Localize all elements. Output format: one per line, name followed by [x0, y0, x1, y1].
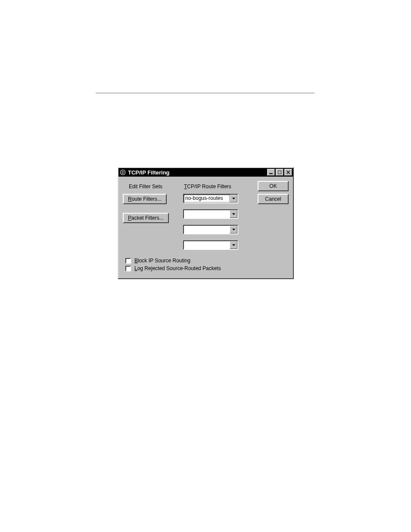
svg-marker-3 [232, 198, 235, 199]
tcpip-filtering-dialog: TCP/IP Filtering Edit Filter Sets Route … [118, 167, 294, 279]
block-ip-source-routing-checkbox[interactable] [125, 258, 131, 264]
block-ip-source-routing-label: Block IP Source Routing [134, 258, 190, 264]
minimize-button[interactable] [267, 169, 275, 176]
route-filter-combo-2[interactable] [183, 209, 238, 219]
route-filter-combo-2-value [184, 210, 230, 218]
maximize-button[interactable] [276, 169, 283, 176]
svg-marker-5 [232, 229, 235, 230]
route-filters-button-rest: oute Filters... [132, 196, 162, 202]
svg-marker-4 [232, 213, 235, 215]
svg-marker-6 [232, 244, 235, 246]
route-filter-combo-4-value [184, 241, 230, 249]
titlebar[interactable]: TCP/IP Filtering [118, 168, 293, 177]
route-filter-combo-1-value: no-bogus-routes [184, 195, 230, 202]
dialog-title: TCP/IP Filtering [128, 169, 266, 176]
route-filter-combo-4[interactable] [183, 240, 238, 250]
route-filters-heading-rest: CP/IP Route Filters [187, 184, 231, 190]
chevron-down-icon[interactable] [230, 241, 237, 249]
chevron-down-icon[interactable] [230, 226, 237, 233]
page-divider [96, 93, 314, 93]
chevron-down-icon[interactable] [230, 195, 237, 202]
log-rejected-label: Log Rejected Source-Routed Packets [134, 265, 221, 271]
route-filter-combo-3-value [184, 226, 230, 233]
close-button[interactable] [284, 169, 292, 176]
route-filters-button[interactable]: Route Filters... [123, 194, 167, 204]
chevron-down-icon[interactable] [230, 210, 237, 218]
route-filter-combo-1[interactable]: no-bogus-routes [183, 194, 238, 203]
route-filters-heading: TCP/IP Route Filters [184, 184, 248, 190]
dialog-client-area: Edit Filter Sets Route Filters... Packet… [118, 177, 293, 278]
block-ip-source-routing-row[interactable]: Block IP Source Routing [125, 258, 289, 264]
cancel-button[interactable]: Cancel [258, 194, 289, 204]
packet-filters-button-rest: acket Filters... [131, 215, 164, 221]
log-rejected-checkbox[interactable] [125, 266, 131, 271]
packet-filters-button[interactable]: Packet Filters... [123, 213, 169, 223]
log-rejected-row[interactable]: Log Rejected Source-Routed Packets [125, 265, 289, 271]
route-filter-combo-3[interactable] [183, 225, 238, 234]
svg-rect-1 [269, 173, 273, 174]
ok-button[interactable]: OK [258, 181, 289, 191]
svg-rect-2 [278, 171, 281, 174]
globe-icon [119, 169, 126, 176]
edit-filter-sets-label: Edit Filter Sets [129, 184, 183, 190]
